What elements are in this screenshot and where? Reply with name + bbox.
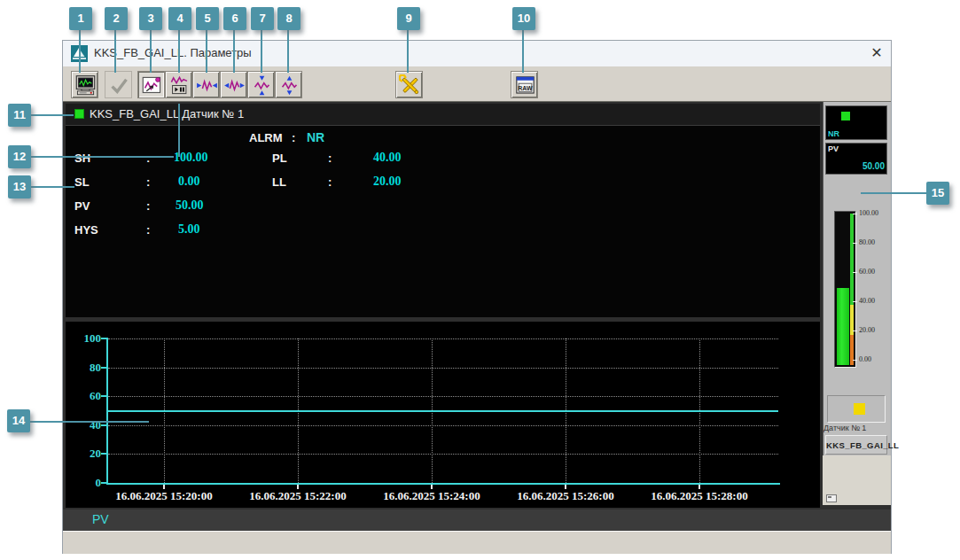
tools-icon xyxy=(399,74,421,97)
expand-time-axis-icon xyxy=(223,74,246,97)
raw-window-icon: RAW xyxy=(514,74,536,97)
param-colon: : xyxy=(146,223,150,237)
callout-12: 12 xyxy=(8,145,31,168)
param-colon: : xyxy=(146,175,150,189)
gauge-zones xyxy=(850,214,854,365)
callout-line-9 xyxy=(407,30,409,73)
param-colon: : xyxy=(328,152,332,165)
compress-time-axis-icon xyxy=(196,74,218,97)
alarm-indicator-tile xyxy=(827,395,886,423)
trend-line xyxy=(108,410,778,412)
mini-window-icon xyxy=(826,494,837,502)
window-title: KKS_FB_GAI_LL. Параметры xyxy=(94,46,252,59)
sidebar-pv-label: PV xyxy=(828,144,839,153)
raw-data-button[interactable]: RAW xyxy=(511,71,538,98)
gauge-tick-label: 40.00 xyxy=(859,297,889,305)
settings-button[interactable] xyxy=(395,71,423,98)
callout-1: 1 xyxy=(69,7,92,30)
callout-line-1 xyxy=(79,30,81,73)
legend-strip xyxy=(63,509,891,531)
legend-pv-label[interactable]: PV xyxy=(92,512,109,526)
callout-9: 9 xyxy=(397,7,420,30)
alarm-label: ALRM xyxy=(249,131,283,144)
param-label-hys: HYS xyxy=(74,223,98,237)
sidebar-status-green-icon xyxy=(841,112,850,121)
x-tick-label: 16.06.2025 15:28:00 xyxy=(628,489,770,503)
status-indicator-green xyxy=(74,109,84,119)
compress-time-axis-button[interactable] xyxy=(192,71,220,98)
y-tick-label: 0 xyxy=(64,476,101,490)
callout-4: 4 xyxy=(168,7,191,30)
expand-value-axis-button[interactable] xyxy=(275,71,302,98)
x-axis xyxy=(106,483,780,485)
expand-time-axis-button[interactable] xyxy=(220,71,247,98)
callout-13: 13 xyxy=(8,175,31,198)
bar-gauge xyxy=(834,211,856,368)
callout-5: 5 xyxy=(196,7,219,30)
callout-line-4 xyxy=(178,30,180,73)
apply-button[interactable] xyxy=(105,71,132,98)
x-tick-label: 16.06.2025 15:26:00 xyxy=(495,489,636,503)
kks-tag-label: KKS_FB_GAI_LL xyxy=(825,435,887,455)
gauge-zone xyxy=(850,214,854,305)
gauge-tick-label: 0.00 xyxy=(859,355,889,363)
compress-value-axis-icon xyxy=(251,74,273,97)
callout-10: 10 xyxy=(512,7,535,30)
param-value-ll: 20.00 xyxy=(373,175,402,189)
y-tick-label: 100 xyxy=(64,331,101,346)
callout-line-15 xyxy=(861,192,926,194)
callout-line-14 xyxy=(30,421,149,423)
alarm-value: NR xyxy=(307,130,324,144)
status-bar xyxy=(63,531,891,554)
param-value-sl: 0.00 xyxy=(178,175,200,189)
param-label-sh: SH xyxy=(74,152,90,165)
gauge-tick-label: 100.00 xyxy=(859,209,889,217)
y-tick-label: 20 xyxy=(64,447,101,461)
gauge-zone xyxy=(850,305,854,335)
y-tick-label: 80 xyxy=(64,361,101,375)
param-label-sl: SL xyxy=(74,175,90,189)
param-colon: : xyxy=(146,199,150,213)
screen-capture-button[interactable] xyxy=(71,71,98,98)
gauge-tick-label: 80.00 xyxy=(859,238,889,246)
chart-settings-button[interactable] xyxy=(137,71,165,98)
callout-6: 6 xyxy=(223,7,246,30)
sidebar-status-value: NR xyxy=(828,129,839,138)
callout-11: 11 xyxy=(8,104,31,127)
sidebar-pv-value: 50.00 xyxy=(825,161,885,171)
screenshot-root: KKS_FB_GAI_LL. Параметры ✕ xyxy=(0,0,960,560)
gauge-tick-label: 60.00 xyxy=(859,268,889,276)
callout-8: 8 xyxy=(277,7,300,30)
expand-value-axis-icon xyxy=(278,74,300,97)
chart-image-icon xyxy=(141,74,163,97)
callout-7: 7 xyxy=(251,7,274,30)
svg-text:RAW: RAW xyxy=(518,85,533,91)
trend-pause-icon xyxy=(168,74,191,97)
param-value-hys: 5.00 xyxy=(178,222,200,237)
callout-line-4b xyxy=(178,104,180,157)
callout-line-7 xyxy=(261,30,262,73)
callout-3: 3 xyxy=(139,7,162,30)
close-button[interactable]: ✕ xyxy=(867,43,886,63)
x-tick-label: 16.06.2025 15:24:00 xyxy=(361,489,503,503)
alarm-colon: : xyxy=(292,131,295,144)
callout-line-12 xyxy=(31,156,174,158)
param-label-ll: LL xyxy=(272,175,286,189)
callout-line-13 xyxy=(31,186,74,188)
pause-trend-button[interactable] xyxy=(165,71,192,98)
callout-line-5 xyxy=(206,30,207,73)
callout-2: 2 xyxy=(105,7,128,30)
x-tick-label: 16.06.2025 15:20:00 xyxy=(93,489,235,503)
callout-14: 14 xyxy=(7,409,30,432)
callout-line-10 xyxy=(522,30,524,73)
y-tick-label: 60 xyxy=(64,389,101,403)
param-label-pl: PL xyxy=(272,152,287,165)
callout-line-11 xyxy=(31,114,74,116)
gauge-fill xyxy=(837,288,849,366)
callout-15: 15 xyxy=(926,182,949,205)
compress-value-axis-button[interactable] xyxy=(247,71,275,98)
gauge-zone xyxy=(850,335,854,365)
sensor-name-label: Датчик № 1 xyxy=(823,424,866,432)
callout-line-8 xyxy=(287,30,289,73)
param-value-pv: 50.00 xyxy=(176,198,204,213)
